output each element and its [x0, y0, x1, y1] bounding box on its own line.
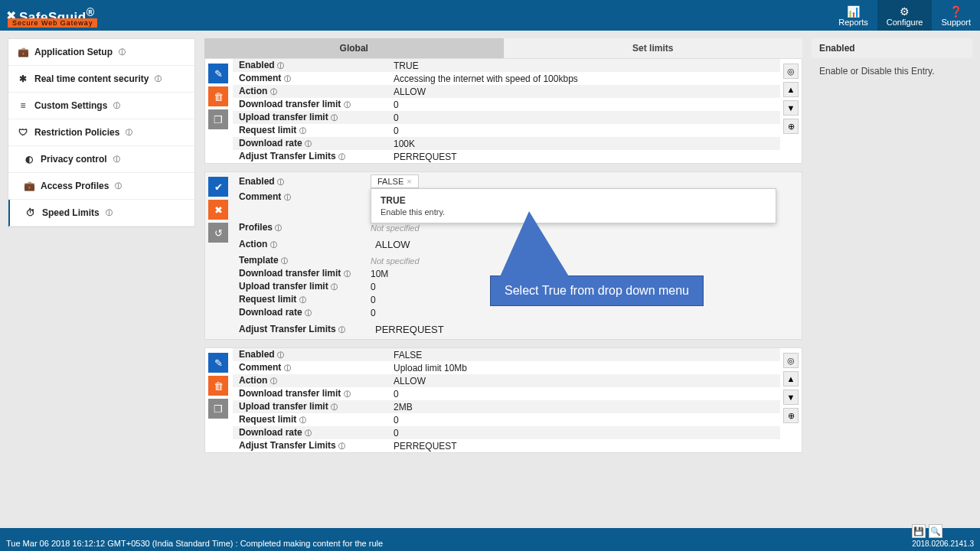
brand-logo: ✖ SafeSquid® Secure Web Gateway — [6, 6, 95, 25]
briefcase-icon: 💼 — [24, 181, 34, 191]
info-icon: ⓘ — [113, 101, 120, 111]
rate-input[interactable]: 0 — [371, 308, 802, 318]
help-panel: Enabled Enable or Disable this Entry. — [812, 38, 972, 520]
clone-button[interactable]: ❐ — [208, 399, 228, 419]
tab-set-limits[interactable]: Set limits — [504, 38, 803, 58]
chart-icon: 📊 — [847, 5, 860, 18]
version-label: 2018.0206.2141.3 — [912, 540, 974, 548]
remove-tag-icon[interactable]: × — [407, 177, 411, 186]
status-bar: Tue Mar 06 2018 16:12:12 GMT+0530 (India… — [0, 528, 980, 551]
enabled-dropdown[interactable]: TRUE Enable this entry. — [371, 188, 776, 223]
cancel-button[interactable]: ✖ — [208, 200, 228, 220]
search-icon[interactable]: 🔍 — [929, 524, 942, 538]
status-text: Tue Mar 06 2018 16:12:12 GMT+0530 (India… — [6, 539, 383, 548]
target-icon[interactable]: ◎ — [783, 64, 799, 79]
adj-select[interactable]: PERREQUEST — [371, 321, 802, 337]
enabled-tag[interactable]: FALSE× — [371, 174, 419, 188]
annotation-callout: Select True from drop down menu — [490, 276, 704, 306]
info-icon: ⓘ — [106, 208, 113, 218]
sidebar-item-privacy[interactable]: ◐Privacy controlⓘ — [8, 146, 194, 173]
tab-bar: Global Set limits — [204, 38, 802, 58]
sidebar-item-realtime[interactable]: ✱Real time content securityⓘ — [8, 66, 194, 93]
add-icon[interactable]: ⊕ — [783, 408, 799, 423]
speed-icon: ⏱ — [25, 207, 36, 218]
app-header: ✖ SafeSquid® Secure Web Gateway 📊Reports… — [0, 0, 980, 31]
sidebar-item-application-setup[interactable]: 💼Application Setupⓘ — [8, 39, 194, 66]
callout-arrow-icon — [498, 211, 571, 280]
info-icon: ⓘ — [155, 74, 162, 84]
info-icon: ⓘ — [119, 47, 126, 57]
sidebar-item-restriction[interactable]: 🛡Restriction Policiesⓘ — [8, 119, 194, 146]
edit-button[interactable]: ✎ — [208, 353, 228, 373]
clone-button[interactable]: ❐ — [208, 109, 228, 129]
sidebar: 💼Application Setupⓘ ✱Real time content s… — [8, 38, 195, 227]
help-description: Enable or Disable this Entry. — [812, 58, 972, 84]
entry-panel-1: ✎ 🗑 ❐ Enabled ⓘTRUE Comment ⓘAccessing t… — [204, 58, 802, 164]
dropdown-option-true[interactable]: TRUE — [381, 195, 766, 206]
brand-tagline: Secure Web Gateway — [8, 18, 97, 28]
delete-button[interactable]: 🗑 — [208, 86, 228, 106]
entry-panel-3: ✎ 🗑 ❐ Enabled ⓘFALSE Comment ⓘUpload lim… — [204, 347, 802, 453]
briefcase-icon: 💼 — [18, 47, 28, 57]
action-select[interactable]: ALLOW — [371, 236, 802, 253]
info-icon: ⓘ — [126, 128, 132, 138]
action-value: ALLOW — [394, 86, 780, 97]
comment-value: Accessing the internet with speed of 100… — [394, 73, 780, 84]
enabled-value: TRUE — [394, 60, 780, 71]
move-up-icon[interactable]: ▲ — [783, 82, 799, 97]
tab-global[interactable]: Global — [204, 38, 504, 58]
nav-support[interactable]: ❓Support — [932, 0, 980, 31]
target-icon[interactable]: ◎ — [783, 353, 799, 368]
top-nav: 📊Reports ⚙Configure ❓Support — [829, 0, 980, 31]
nav-reports[interactable]: 📊Reports — [829, 0, 877, 31]
delete-button[interactable]: 🗑 — [208, 376, 228, 396]
help-title: Enabled — [812, 38, 972, 58]
help-icon: ❓ — [949, 5, 962, 18]
lines-icon: ≡ — [18, 100, 28, 111]
template-placeholder[interactable]: Not specified — [371, 256, 420, 266]
undo-button[interactable]: ↺ — [208, 223, 228, 243]
move-down-icon[interactable]: ▼ — [783, 390, 799, 405]
profiles-placeholder[interactable]: Not specified — [371, 223, 420, 233]
nav-configure[interactable]: ⚙Configure — [877, 0, 933, 31]
sidebar-item-custom[interactable]: ≡Custom Settingsⓘ — [8, 93, 194, 119]
sidebar-item-speed-limits[interactable]: ⏱Speed Limitsⓘ — [8, 200, 194, 227]
move-up-icon[interactable]: ▲ — [783, 371, 799, 386]
add-icon[interactable]: ⊕ — [783, 119, 799, 134]
sidebar-item-access[interactable]: 💼Access Profilesⓘ — [8, 173, 194, 200]
move-down-icon[interactable]: ▼ — [783, 100, 799, 116]
asterisk-icon: ✱ — [18, 73, 28, 84]
eye-icon: ◐ — [24, 154, 34, 165]
gear-icon: ⚙ — [900, 5, 910, 18]
edit-button[interactable]: ✎ — [208, 64, 228, 83]
info-icon: ⓘ — [113, 155, 120, 165]
info-icon: ⓘ — [115, 181, 122, 191]
save-icon[interactable]: 💾 — [912, 524, 926, 538]
shield-icon: 🛡 — [18, 127, 28, 138]
save-button[interactable]: ✔ — [208, 177, 228, 197]
